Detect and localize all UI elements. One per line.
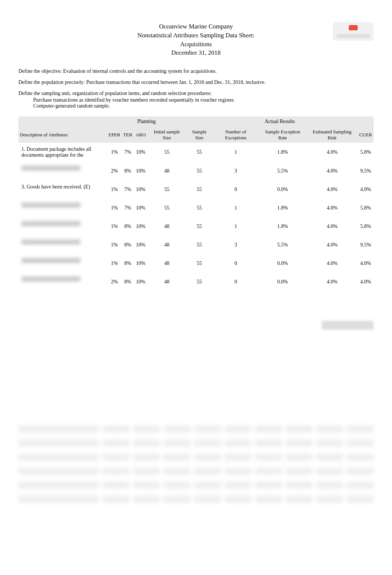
cell-cuer: 9.5% [358,162,374,180]
objective-value: Evaluation of internal controls and the … [63,68,217,74]
cell-aro: 10% [134,236,148,254]
cell-ser: 1.8% [259,199,306,217]
cell-cuer: 5.8% [358,217,374,236]
cell-ter: 8% [122,162,134,180]
cell-esr: 4.0% [306,273,358,291]
table-row: 2%8%10%485535.5%4.0%9.5% [18,162,374,180]
col-initial: Initial sample Size [148,127,186,143]
sampling-sub1: Purchase transactions as identified by v… [18,97,374,103]
cell-ser: 0.0% [259,273,306,291]
doc-date: December 31, 2018 [18,48,374,57]
cell-cuer: 5.8% [358,143,374,162]
cell-cuer: 4.0% [358,273,374,291]
cell-eper: 1% [107,217,122,236]
cell-exceptions: 1 [213,217,259,236]
table-row: 1%8%10%485535.5%4.0%9.5% [18,236,374,254]
cell-eper: 1% [107,143,122,162]
cell-sample: 55 [186,254,213,273]
cell-eper: 2% [107,273,122,291]
cell-sample: 55 [186,180,213,199]
cell-ter: 8% [122,273,134,291]
col-exceptions: Number of Exceptions [213,127,259,143]
cell-initial: 55 [148,180,186,199]
cell-desc [18,199,107,217]
attributes-table: Planning Actual Results Description of A… [18,116,374,291]
cell-exceptions: 3 [213,236,259,254]
cell-cuer: 5.8% [358,199,374,217]
cell-esr: 4.0% [306,143,358,162]
cell-ter: 8% [122,254,134,273]
cell-initial: 48 [148,162,186,180]
cell-esr: 4.0% [306,254,358,273]
cell-aro: 10% [134,199,148,217]
cell-initial: 48 [148,254,186,273]
cell-eper: 1% [107,254,122,273]
cell-eper: 2% [107,162,122,180]
cell-cuer: 4.0% [358,254,374,273]
cell-desc [18,273,107,291]
cell-initial: 48 [148,217,186,236]
cell-ter: 7% [122,143,134,162]
doc-subject: Acquisitions [18,40,374,49]
cell-exceptions: 1 [213,199,259,217]
table-row: 1. Document package includes all documen… [18,143,374,162]
group-planning: Planning [107,116,186,127]
cell-desc: 3. Goods have been received. (E) [18,180,107,199]
cell-initial: 48 [148,236,186,254]
cell-ter: 8% [122,217,134,236]
table-row: 3. Goods have been received. (E)1%7%10%5… [18,180,374,199]
cell-eper: 1% [107,236,122,254]
cell-initial: 55 [148,199,186,217]
cell-ter: 7% [122,180,134,199]
table-row: 1%8%10%485511.8%4.0%5.8% [18,217,374,236]
cell-exceptions: 0 [213,180,259,199]
ghost-preview [18,426,374,503]
cell-ser: 0.0% [259,180,306,199]
table-row: 1%8%10%485500.0%4.0%4.0% [18,254,374,273]
cell-initial: 48 [148,273,186,291]
cell-exceptions: 0 [213,254,259,273]
col-sample: Sample Size [186,127,213,143]
cell-ter: 8% [122,236,134,254]
cell-ser: 5.5% [259,162,306,180]
cell-aro: 10% [134,180,148,199]
col-ser: Sample Exception Rate [259,127,306,143]
cell-ter: 7% [122,199,134,217]
col-esr: Estimated Sampling Risk [306,127,358,143]
cell-initial: 55 [148,143,186,162]
cell-sample: 55 [186,199,213,217]
cell-desc [18,162,107,180]
cell-sample: 55 [186,162,213,180]
cell-aro: 10% [134,254,148,273]
cell-esr: 4.0% [306,180,358,199]
cell-sample: 55 [186,273,213,291]
header-badge [333,22,374,41]
cell-aro: 10% [134,162,148,180]
table-row: 2%8%10%485500.0%4.0%4.0% [18,273,374,291]
col-cuer: CUER [358,127,374,143]
footer-blur [322,321,374,330]
cell-sample: 55 [186,143,213,162]
col-aro: ARO [134,127,148,143]
cell-aro: 10% [134,273,148,291]
table-row: 1%7%10%555511.8%4.0%5.8% [18,199,374,217]
col-ter: TER [122,127,134,143]
cell-esr: 4.0% [306,236,358,254]
cell-exceptions: 0 [213,273,259,291]
cell-ser: 0.0% [259,254,306,273]
sampling-sub2: Computer-generated random sample. [18,103,374,109]
cell-eper: 1% [107,180,122,199]
col-eper: EPER [107,127,122,143]
cell-esr: 4.0% [306,217,358,236]
cell-desc: 1. Document package includes all documen… [18,143,107,162]
population-value: Purchase transactions that occurred betw… [86,79,266,85]
cell-sample: 55 [186,217,213,236]
cell-aro: 10% [134,143,148,162]
cell-ser: 1.8% [259,143,306,162]
cell-desc [18,254,107,273]
cell-exceptions: 1 [213,143,259,162]
cell-cuer: 4.0% [358,180,374,199]
objective-label: Define the objective: [18,68,62,74]
cell-esr: 4.0% [306,199,358,217]
company-name: Oceanview Marine Company [18,22,374,31]
